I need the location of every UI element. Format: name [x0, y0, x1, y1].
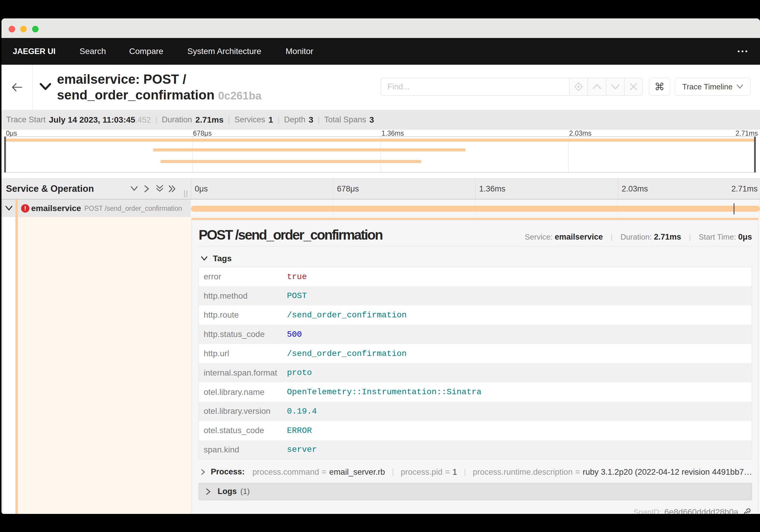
- find-match-highlight-button[interactable]: [569, 78, 588, 96]
- keyboard-shortcuts-button[interactable]: ⌘: [649, 78, 670, 96]
- find-clear-button[interactable]: [624, 78, 643, 96]
- tags-section-toggle[interactable]: Tags: [201, 254, 752, 264]
- trace-page-header: emailservice: POST / send_order_confirma…: [1, 65, 760, 110]
- span-detail-row: POST /send_order_confirmation Service: e…: [1, 217, 760, 514]
- expand-all-icon[interactable]: [156, 184, 164, 193]
- service-value: emailservice: [555, 232, 603, 241]
- tag-key: http.route: [199, 306, 282, 325]
- minimap-canvas[interactable]: [4, 137, 756, 172]
- find-prev-button[interactable]: [588, 78, 606, 96]
- minimap-gridline: [380, 137, 381, 172]
- window-minimize-button[interactable]: [20, 26, 27, 32]
- minimap-tick-0: 0μs: [6, 129, 17, 137]
- trace-start-label: Trace Start: [6, 115, 46, 124]
- tag-key: otel.library.version: [199, 402, 282, 421]
- close-x-icon: [629, 82, 638, 91]
- depth-label: Depth: [284, 115, 306, 124]
- back-button[interactable]: [1, 65, 33, 110]
- jaeger-logo[interactable]: JAEGER UI: [13, 38, 56, 65]
- start-time-value: 0μs: [738, 232, 752, 241]
- browser-window: JAEGER UI Search Compare System Architec…: [1, 19, 760, 514]
- indent-guide: [2, 217, 3, 514]
- window-zoom-button[interactable]: [32, 26, 39, 32]
- window-titlebar: [1, 19, 760, 38]
- nav-overflow-menu[interactable]: [736, 38, 747, 65]
- command-icon: ⌘: [655, 81, 665, 93]
- tag-value: /send_order_confirmation: [282, 306, 752, 325]
- collapse-title-chevron-icon[interactable]: [39, 82, 51, 92]
- tag-key: internal.span.format: [199, 363, 282, 382]
- trace-view-selector[interactable]: Trace Timeline: [675, 78, 750, 96]
- tag-value: POST: [282, 286, 752, 306]
- span-detail-operation-title: POST /send_order_confirmation: [199, 227, 525, 243]
- equals-sign: =: [575, 467, 580, 477]
- tag-value: 0.19.4: [282, 402, 752, 421]
- tag-key: http.url: [199, 344, 282, 363]
- process-value: email_server.rb: [329, 467, 385, 477]
- timeline-tick-2: 1.36ms: [479, 184, 505, 193]
- span-collapse-chevron-icon[interactable]: [5, 206, 13, 213]
- find-input[interactable]: [381, 78, 569, 96]
- find-controls: [381, 78, 643, 96]
- service-label: Service:: [525, 232, 552, 241]
- minimap-span-bar: [161, 160, 421, 163]
- span-service-name: emailservice: [31, 204, 81, 213]
- process-kv-list: process.command = email_server.rb | proc…: [252, 467, 752, 477]
- window-close-button[interactable]: [9, 26, 15, 32]
- service-operation-header: Service & Operation: [6, 183, 94, 194]
- tag-key: http.method: [199, 286, 282, 306]
- span-detail-panel: POST /send_order_confirmation Service: e…: [191, 218, 759, 514]
- minimap-left-scrubber[interactable]: [4, 137, 6, 172]
- process-separator: |: [392, 467, 394, 476]
- error-glyph: !: [24, 205, 26, 212]
- timeline-tick-0: 0μs: [195, 184, 208, 193]
- link-icon[interactable]: [742, 508, 752, 514]
- chevron-right-icon: [206, 488, 212, 495]
- find-next-button[interactable]: [606, 78, 624, 96]
- equals-sign: =: [445, 467, 450, 477]
- minimap-tick-4: 2.71ms: [736, 129, 758, 137]
- minimap-right-scrubber[interactable]: [754, 137, 756, 172]
- stats-separator: |: [228, 115, 230, 124]
- tag-row: http.methodPOST: [199, 286, 752, 306]
- timeline-gridline: [333, 178, 333, 199]
- stats-separator: |: [278, 115, 280, 124]
- process-key: process.pid: [401, 467, 443, 477]
- back-arrow-icon: [12, 82, 22, 92]
- minimap-gridline: [568, 137, 569, 172]
- nav-item-search[interactable]: Search: [79, 38, 106, 65]
- tag-key: http.status_code: [199, 325, 282, 344]
- span-duration-bar[interactable]: [191, 206, 760, 212]
- logs-section-label: Logs: [217, 487, 237, 496]
- column-resizer-grip[interactable]: [184, 190, 187, 197]
- span-detail-left-column[interactable]: [1, 217, 191, 514]
- nav-item-compare[interactable]: Compare: [129, 38, 163, 65]
- tags-section-label: Tags: [213, 254, 232, 263]
- span-row-name-column[interactable]: ! emailservice POST /send_order_confirma…: [1, 200, 191, 217]
- tag-row: otel.library.nameOpenTelemetry::Instrume…: [199, 382, 752, 402]
- span-detail-panel-area: POST /send_order_confirmation Service: e…: [191, 217, 760, 514]
- nav-item-monitor[interactable]: Monitor: [286, 38, 313, 65]
- process-section-toggle[interactable]: Process: process.command = email_server.…: [201, 465, 752, 479]
- span-detail-header: POST /send_order_confirmation Service: e…: [199, 227, 752, 243]
- logs-section-toggle[interactable]: Logs (1): [199, 483, 752, 500]
- service-color-highlight: [18, 217, 191, 514]
- span-row[interactable]: ! emailservice POST /send_order_confirma…: [1, 200, 760, 217]
- collapse-one-level-icon[interactable]: [144, 185, 150, 193]
- tag-key: otel.library.name: [199, 382, 282, 402]
- equals-sign: =: [322, 467, 327, 477]
- chevron-down-icon: [736, 84, 743, 89]
- span-id-footer: SpanID: 6e8d660dddd28b0a: [634, 508, 752, 514]
- expand-one-level-icon[interactable]: [130, 185, 138, 192]
- trace-title-line1: emailservice: POST /: [57, 72, 186, 86]
- trace-stats-bar: Trace Start July 14 2023, 11:03:45.452 |…: [1, 110, 760, 130]
- minimap-tick-labels: 0μs 678μs 1.36ms 2.03ms 2.71ms: [1, 129, 760, 137]
- overflow-dot-icon: [738, 50, 739, 52]
- minimap-tick-2: 1.36ms: [381, 129, 404, 137]
- timeline-gridline: [475, 178, 476, 199]
- timeline-ticks: 0μs 678μs 1.36ms 2.03ms 2.71ms: [191, 178, 760, 199]
- tag-row: otel.library.version0.19.4: [199, 402, 752, 421]
- collapse-all-icon[interactable]: [168, 185, 177, 193]
- process-key: process.runtime.description: [473, 467, 572, 477]
- nav-item-system-architecture[interactable]: System Architecture: [187, 38, 261, 65]
